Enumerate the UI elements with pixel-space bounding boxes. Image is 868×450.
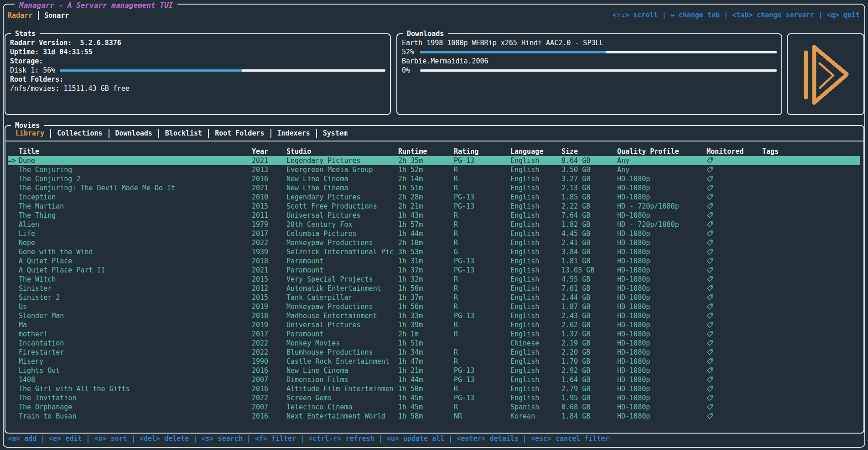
row-selection-marker — [8, 330, 19, 339]
monitored-bookmark-icon — [707, 330, 762, 339]
movie-studio: Legendary Pictures — [286, 193, 398, 202]
monitored-bookmark-icon — [707, 302, 762, 311]
movie-language: English — [510, 229, 561, 238]
movie-rating: PG-13 — [454, 366, 510, 375]
movie-row[interactable]: Ma2019Universal Pictures1h 39mREnglish2.… — [8, 320, 860, 330]
movie-row[interactable]: A Quiet Place Part II2021Paramount1h 37m… — [8, 266, 860, 275]
servarr-tab-radarr[interactable]: Radarr — [8, 11, 32, 20]
movie-quality-profile: HD-1080p — [617, 339, 707, 348]
movie-runtime: 1h 51m — [398, 339, 454, 348]
monitored-bookmark-icon — [707, 266, 762, 275]
movie-studio: Next Entertainment World — [286, 412, 398, 421]
movie-year: 2019 — [252, 320, 286, 330]
movie-row[interactable]: Incantation2022Monkey Movies1h 51mChines… — [8, 339, 860, 348]
movie-row[interactable]: Nope2022Monkeypaw Productions2h 10mREngl… — [8, 238, 860, 247]
movie-row[interactable]: =>Dune2021Legendary Pictures2h 35mPG-13E… — [8, 156, 860, 165]
movie-row[interactable]: Us2019Monkeypaw Productions1h 56mREnglis… — [8, 302, 860, 311]
movie-row[interactable]: Misery1990Castle Rock Entertainment1h 47… — [8, 357, 860, 366]
movie-quality-profile: HD-1080p — [617, 375, 707, 384]
movie-row[interactable]: Lights Out2016New Line Cinema1h 21mPG-13… — [8, 366, 860, 375]
movie-title: A Quiet Place Part II — [19, 266, 252, 275]
movie-runtime: 2h 28m — [398, 193, 454, 202]
movie-row[interactable]: The Conjuring 22016New Line Cinema2h 14m… — [8, 174, 860, 183]
movie-size: 1.85 GB — [561, 193, 617, 202]
column-header-year: Year — [252, 147, 286, 156]
column-header-size: Size — [561, 147, 617, 156]
movie-rating: R — [454, 174, 510, 183]
movie-rating: G — [454, 247, 510, 256]
movie-row[interactable]: The Orphanage2007Telecinco Cinema1h 45mR… — [8, 403, 860, 412]
movie-quality-profile: HD-1080p — [617, 403, 707, 412]
movie-title: Inception — [19, 193, 252, 202]
movies-tab-collections[interactable]: Collections — [51, 129, 108, 137]
movie-quality-profile: HD-1080p — [617, 348, 707, 357]
row-selection-marker — [8, 275, 19, 284]
servarr-tab-sonarr[interactable]: Sonarr — [44, 11, 69, 20]
movie-rating: R — [454, 284, 510, 293]
global-keybindings-hint: <↑↓> scroll | ↔ change tab | <tab> chang… — [613, 11, 860, 19]
movies-tab-root-folders[interactable]: Root Folders — [209, 129, 270, 137]
movie-row[interactable]: Train to Busan2016Next Entertainment Wor… — [8, 412, 860, 421]
movie-runtime: 1h 52m — [398, 165, 454, 174]
movie-rating: R — [454, 302, 510, 311]
row-selection-marker — [8, 247, 19, 256]
movie-title: Alien — [19, 220, 252, 229]
row-selection-marker — [8, 293, 19, 302]
movie-title: Ma — [19, 320, 252, 330]
movie-row[interactable]: The Conjuring2013Evergreen Media Group1h… — [8, 165, 860, 174]
movie-row[interactable]: Firestarter2022Blumhouse Productions1h 3… — [8, 348, 860, 357]
movie-studio: Universal Pictures — [286, 211, 398, 220]
movies-tab-downloads[interactable]: Downloads — [109, 129, 158, 137]
movie-size: 3.84 GB — [561, 247, 617, 256]
movie-tags — [762, 320, 860, 330]
movie-rating: R — [454, 293, 510, 302]
movie-studio: Blumhouse Productions — [286, 348, 398, 357]
movie-row[interactable]: Slender Man2018Madhouse Entertainment1h … — [8, 311, 860, 320]
movie-studio: Dimension Films — [286, 375, 398, 384]
movie-quality-profile: HD-1080p — [617, 366, 707, 375]
monitored-bookmark-icon — [707, 311, 762, 320]
movie-quality-profile: HD-1080p — [617, 357, 707, 366]
movie-row[interactable]: The Martian2015Scott Free Productions2h … — [8, 202, 860, 211]
movie-row[interactable]: The Girl with All the Gifts2016Altitude … — [8, 384, 860, 393]
movie-row[interactable]: The Conjuring: The Devil Made Me Do It20… — [8, 183, 860, 193]
column-header-title: Title — [19, 147, 252, 156]
row-selection-marker — [8, 183, 19, 193]
movie-year: 2022 — [252, 238, 286, 247]
movie-quality-profile: Any — [617, 165, 707, 174]
movies-tab-library[interactable]: Library — [10, 129, 50, 137]
movie-row[interactable]: A Quiet Place2018Paramount1h 31mPG-13Eng… — [8, 256, 860, 266]
movie-row[interactable]: Sinister2012Automatik Entertainment1h 50… — [8, 284, 860, 293]
movie-row[interactable]: 14082007Dimension Films1h 44mPG-13Englis… — [8, 375, 860, 384]
movie-row[interactable]: mother!2017Paramount2h 1mREnglish1.37 GB… — [8, 330, 860, 339]
movie-title: 1408 — [19, 375, 252, 384]
movie-row[interactable]: Sinister 22015Tank Caterpillar1h 37mREng… — [8, 293, 860, 302]
movie-title: The Witch — [19, 275, 252, 284]
movie-row[interactable]: The Thing2011Universal Pictures1h 43mREn… — [8, 211, 860, 220]
movie-studio: Evergreen Media Group — [286, 165, 398, 174]
movie-row[interactable]: Alien197920th Century Fox1h 57mREnglish1… — [8, 220, 860, 229]
movie-tags — [762, 375, 860, 384]
movie-runtime: 1h 37m — [398, 293, 454, 302]
movie-tags — [762, 384, 860, 393]
movie-language: English — [510, 247, 561, 256]
movie-quality-profile: HD-1080p — [617, 183, 707, 193]
row-selection-marker — [8, 339, 19, 348]
movie-title: Nope — [19, 238, 252, 247]
movie-row[interactable]: Gone with the Wind1939Selznick Internati… — [8, 247, 860, 256]
movie-row[interactable]: The Witch2015Very Special Projects1h 32m… — [8, 275, 860, 284]
movie-year: 2018 — [252, 311, 286, 320]
movie-studio: Monkeypaw Productions — [286, 238, 398, 247]
movie-quality-profile: HD-1080p — [617, 293, 707, 302]
movie-row[interactable]: The Invitation2022Screen Gems1h 45mPG-13… — [8, 393, 860, 403]
movie-row[interactable]: Life2017Columbia Pictures1h 44mREnglish4… — [8, 229, 860, 238]
movies-tab-system[interactable]: System — [317, 129, 353, 137]
movie-studio: Telecinco Cinema — [286, 403, 398, 412]
movies-tab-blocklist[interactable]: Blocklist — [159, 129, 208, 137]
movie-runtime: 3h 53m — [398, 247, 454, 256]
movies-tab-indexers[interactable]: Indexers — [271, 129, 316, 137]
movie-studio: Altitude Film Entertainmen — [286, 384, 398, 393]
movie-studio: Paramount — [286, 330, 398, 339]
movie-row[interactable]: Inception2010Legendary Pictures2h 28mPG-… — [8, 193, 860, 202]
movie-rating: R — [454, 220, 510, 229]
